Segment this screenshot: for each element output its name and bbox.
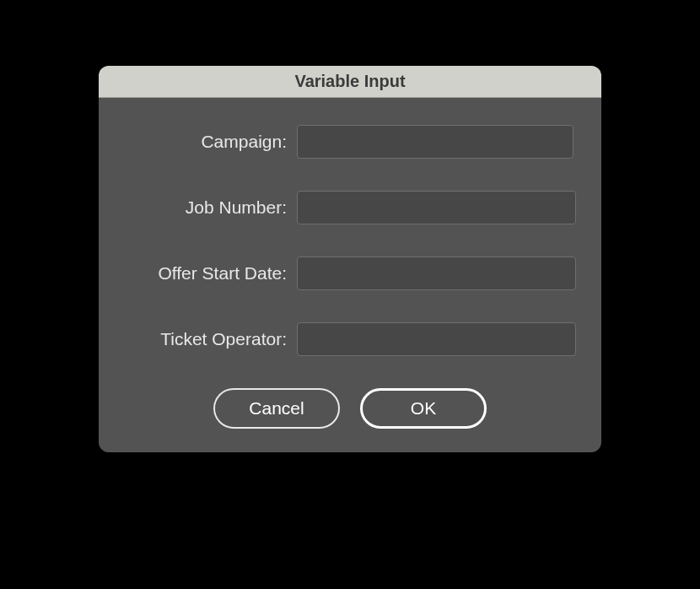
offer-start-date-label: Offer Start Date: — [124, 263, 297, 284]
cancel-button[interactable]: Cancel — [213, 388, 340, 429]
field-row-campaign: Campaign: — [124, 125, 576, 159]
job-number-label: Job Number: — [124, 197, 297, 218]
field-row-ticket-operator: Ticket Operator: — [124, 322, 576, 356]
dialog-title: Variable Input — [294, 72, 405, 91]
ok-button[interactable]: OK — [360, 388, 487, 429]
ticket-operator-label: Ticket Operator: — [124, 329, 297, 349]
offer-start-date-input[interactable] — [297, 257, 576, 290]
variable-input-dialog: Variable Input Campaign: Job Number: Off… — [99, 66, 601, 452]
dialog-button-row: Cancel OK — [124, 388, 576, 429]
field-row-offer-start-date: Offer Start Date: — [124, 257, 576, 290]
dialog-titlebar: Variable Input — [99, 66, 601, 98]
ticket-operator-input[interactable] — [297, 322, 576, 356]
field-row-job-number: Job Number: — [124, 191, 576, 224]
campaign-input[interactable] — [297, 125, 573, 159]
dialog-body: Campaign: Job Number: Offer Start Date: … — [99, 98, 601, 452]
campaign-label: Campaign: — [124, 132, 297, 152]
job-number-input[interactable] — [297, 191, 576, 224]
